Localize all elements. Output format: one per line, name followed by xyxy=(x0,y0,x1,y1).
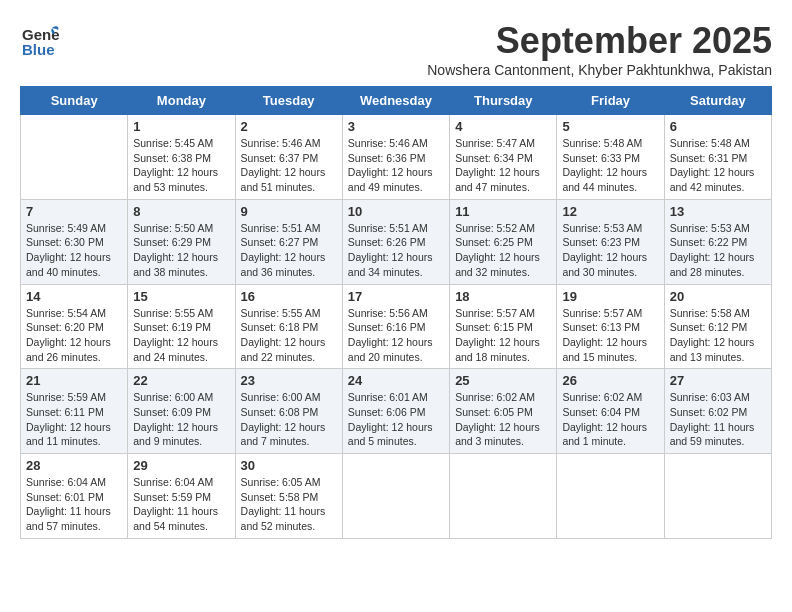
day-info: Sunrise: 5:53 AMSunset: 6:22 PMDaylight:… xyxy=(670,221,766,280)
day-info: Sunrise: 5:55 AMSunset: 6:18 PMDaylight:… xyxy=(241,306,337,365)
day-info: Sunrise: 5:52 AMSunset: 6:25 PMDaylight:… xyxy=(455,221,551,280)
calendar-day-cell: 23Sunrise: 6:00 AMSunset: 6:08 PMDayligh… xyxy=(235,369,342,454)
day-info: Sunrise: 6:01 AMSunset: 6:06 PMDaylight:… xyxy=(348,390,444,449)
day-number: 23 xyxy=(241,373,337,388)
calendar-day-cell: 20Sunrise: 5:58 AMSunset: 6:12 PMDayligh… xyxy=(664,284,771,369)
calendar-week-row: 1Sunrise: 5:45 AMSunset: 6:38 PMDaylight… xyxy=(21,115,772,200)
day-info: Sunrise: 5:51 AMSunset: 6:27 PMDaylight:… xyxy=(241,221,337,280)
day-number: 17 xyxy=(348,289,444,304)
calendar-day-cell: 12Sunrise: 5:53 AMSunset: 6:23 PMDayligh… xyxy=(557,199,664,284)
day-number: 22 xyxy=(133,373,229,388)
calendar-day-cell: 5Sunrise: 5:48 AMSunset: 6:33 PMDaylight… xyxy=(557,115,664,200)
day-info: Sunrise: 5:48 AMSunset: 6:33 PMDaylight:… xyxy=(562,136,658,195)
calendar-day-cell: 28Sunrise: 6:04 AMSunset: 6:01 PMDayligh… xyxy=(21,454,128,539)
calendar-day-cell xyxy=(342,454,449,539)
day-number: 27 xyxy=(670,373,766,388)
day-number: 7 xyxy=(26,204,122,219)
logo-icon: General Blue xyxy=(20,20,60,64)
calendar-day-cell: 24Sunrise: 6:01 AMSunset: 6:06 PMDayligh… xyxy=(342,369,449,454)
day-info: Sunrise: 6:02 AMSunset: 6:04 PMDaylight:… xyxy=(562,390,658,449)
calendar-day-cell: 18Sunrise: 5:57 AMSunset: 6:15 PMDayligh… xyxy=(450,284,557,369)
calendar-week-row: 28Sunrise: 6:04 AMSunset: 6:01 PMDayligh… xyxy=(21,454,772,539)
title-section: September 2025 Nowshera Cantonment, Khyb… xyxy=(427,20,772,78)
day-info: Sunrise: 5:48 AMSunset: 6:31 PMDaylight:… xyxy=(670,136,766,195)
day-number: 24 xyxy=(348,373,444,388)
day-number: 28 xyxy=(26,458,122,473)
weekday-header: Monday xyxy=(128,87,235,115)
day-info: Sunrise: 5:46 AMSunset: 6:36 PMDaylight:… xyxy=(348,136,444,195)
calendar-day-cell: 21Sunrise: 5:59 AMSunset: 6:11 PMDayligh… xyxy=(21,369,128,454)
calendar-week-row: 14Sunrise: 5:54 AMSunset: 6:20 PMDayligh… xyxy=(21,284,772,369)
day-number: 2 xyxy=(241,119,337,134)
calendar-day-cell: 22Sunrise: 6:00 AMSunset: 6:09 PMDayligh… xyxy=(128,369,235,454)
page-header: General Blue September 2025 Nowshera Can… xyxy=(20,20,772,78)
day-info: Sunrise: 5:47 AMSunset: 6:34 PMDaylight:… xyxy=(455,136,551,195)
day-info: Sunrise: 6:02 AMSunset: 6:05 PMDaylight:… xyxy=(455,390,551,449)
day-info: Sunrise: 6:00 AMSunset: 6:09 PMDaylight:… xyxy=(133,390,229,449)
calendar-day-cell: 17Sunrise: 5:56 AMSunset: 6:16 PMDayligh… xyxy=(342,284,449,369)
calendar-day-cell xyxy=(450,454,557,539)
day-info: Sunrise: 5:53 AMSunset: 6:23 PMDaylight:… xyxy=(562,221,658,280)
calendar-week-row: 7Sunrise: 5:49 AMSunset: 6:30 PMDaylight… xyxy=(21,199,772,284)
location-subtitle: Nowshera Cantonment, Khyber Pakhtunkhwa,… xyxy=(427,62,772,78)
day-number: 21 xyxy=(26,373,122,388)
day-number: 18 xyxy=(455,289,551,304)
calendar-header-row: SundayMondayTuesdayWednesdayThursdayFrid… xyxy=(21,87,772,115)
day-info: Sunrise: 5:46 AMSunset: 6:37 PMDaylight:… xyxy=(241,136,337,195)
weekday-header: Friday xyxy=(557,87,664,115)
calendar-day-cell: 9Sunrise: 5:51 AMSunset: 6:27 PMDaylight… xyxy=(235,199,342,284)
calendar-day-cell: 29Sunrise: 6:04 AMSunset: 5:59 PMDayligh… xyxy=(128,454,235,539)
calendar-day-cell: 27Sunrise: 6:03 AMSunset: 6:02 PMDayligh… xyxy=(664,369,771,454)
day-info: Sunrise: 5:55 AMSunset: 6:19 PMDaylight:… xyxy=(133,306,229,365)
day-number: 26 xyxy=(562,373,658,388)
day-number: 5 xyxy=(562,119,658,134)
day-info: Sunrise: 6:00 AMSunset: 6:08 PMDaylight:… xyxy=(241,390,337,449)
day-info: Sunrise: 5:50 AMSunset: 6:29 PMDaylight:… xyxy=(133,221,229,280)
day-info: Sunrise: 5:58 AMSunset: 6:12 PMDaylight:… xyxy=(670,306,766,365)
day-info: Sunrise: 5:54 AMSunset: 6:20 PMDaylight:… xyxy=(26,306,122,365)
weekday-header: Thursday xyxy=(450,87,557,115)
calendar-day-cell: 2Sunrise: 5:46 AMSunset: 6:37 PMDaylight… xyxy=(235,115,342,200)
calendar-day-cell: 8Sunrise: 5:50 AMSunset: 6:29 PMDaylight… xyxy=(128,199,235,284)
day-info: Sunrise: 5:57 AMSunset: 6:13 PMDaylight:… xyxy=(562,306,658,365)
calendar-day-cell: 30Sunrise: 6:05 AMSunset: 5:58 PMDayligh… xyxy=(235,454,342,539)
day-info: Sunrise: 5:56 AMSunset: 6:16 PMDaylight:… xyxy=(348,306,444,365)
calendar-day-cell xyxy=(21,115,128,200)
logo: General Blue xyxy=(20,20,60,64)
day-info: Sunrise: 5:59 AMSunset: 6:11 PMDaylight:… xyxy=(26,390,122,449)
calendar-day-cell: 19Sunrise: 5:57 AMSunset: 6:13 PMDayligh… xyxy=(557,284,664,369)
day-info: Sunrise: 5:45 AMSunset: 6:38 PMDaylight:… xyxy=(133,136,229,195)
calendar-day-cell: 7Sunrise: 5:49 AMSunset: 6:30 PMDaylight… xyxy=(21,199,128,284)
calendar-day-cell: 4Sunrise: 5:47 AMSunset: 6:34 PMDaylight… xyxy=(450,115,557,200)
day-info: Sunrise: 6:05 AMSunset: 5:58 PMDaylight:… xyxy=(241,475,337,534)
day-number: 14 xyxy=(26,289,122,304)
calendar-day-cell: 6Sunrise: 5:48 AMSunset: 6:31 PMDaylight… xyxy=(664,115,771,200)
day-info: Sunrise: 5:57 AMSunset: 6:15 PMDaylight:… xyxy=(455,306,551,365)
day-number: 1 xyxy=(133,119,229,134)
calendar-week-row: 21Sunrise: 5:59 AMSunset: 6:11 PMDayligh… xyxy=(21,369,772,454)
day-number: 25 xyxy=(455,373,551,388)
calendar-day-cell: 25Sunrise: 6:02 AMSunset: 6:05 PMDayligh… xyxy=(450,369,557,454)
weekday-header: Wednesday xyxy=(342,87,449,115)
calendar-table: SundayMondayTuesdayWednesdayThursdayFrid… xyxy=(20,86,772,539)
day-number: 11 xyxy=(455,204,551,219)
weekday-header: Sunday xyxy=(21,87,128,115)
day-number: 6 xyxy=(670,119,766,134)
day-info: Sunrise: 6:04 AMSunset: 5:59 PMDaylight:… xyxy=(133,475,229,534)
day-info: Sunrise: 5:51 AMSunset: 6:26 PMDaylight:… xyxy=(348,221,444,280)
svg-text:Blue: Blue xyxy=(22,41,55,58)
day-number: 4 xyxy=(455,119,551,134)
weekday-header: Tuesday xyxy=(235,87,342,115)
calendar-day-cell xyxy=(664,454,771,539)
month-title: September 2025 xyxy=(427,20,772,62)
calendar-day-cell: 1Sunrise: 5:45 AMSunset: 6:38 PMDaylight… xyxy=(128,115,235,200)
day-number: 29 xyxy=(133,458,229,473)
calendar-day-cell: 3Sunrise: 5:46 AMSunset: 6:36 PMDaylight… xyxy=(342,115,449,200)
day-number: 10 xyxy=(348,204,444,219)
day-number: 19 xyxy=(562,289,658,304)
calendar-day-cell: 14Sunrise: 5:54 AMSunset: 6:20 PMDayligh… xyxy=(21,284,128,369)
day-number: 8 xyxy=(133,204,229,219)
calendar-day-cell: 16Sunrise: 5:55 AMSunset: 6:18 PMDayligh… xyxy=(235,284,342,369)
day-info: Sunrise: 6:03 AMSunset: 6:02 PMDaylight:… xyxy=(670,390,766,449)
calendar-day-cell: 11Sunrise: 5:52 AMSunset: 6:25 PMDayligh… xyxy=(450,199,557,284)
